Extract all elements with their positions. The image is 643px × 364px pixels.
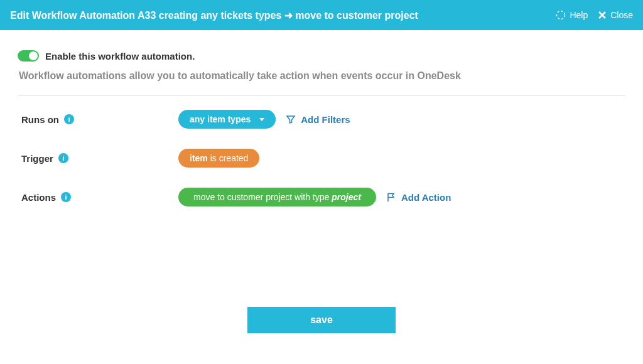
- close-label: Close: [610, 10, 633, 20]
- trigger-pill-text: item is created: [190, 153, 248, 163]
- dialog-content: Enable this workflow automation. Workflo…: [0, 30, 643, 348]
- filter-icon: [286, 114, 296, 124]
- divider: [18, 95, 625, 96]
- save-row: save: [18, 307, 625, 333]
- trigger-pill[interactable]: item is created: [178, 149, 259, 168]
- action-pill[interactable]: move to customer project with type proje…: [178, 188, 376, 206]
- help-button[interactable]: Help: [556, 10, 588, 20]
- help-icon: [556, 10, 566, 20]
- runs-on-row: Runs on i any item types Add Filters: [18, 110, 625, 129]
- enable-toggle-row: Enable this workflow automation.: [18, 50, 625, 62]
- svg-point-0: [557, 11, 565, 19]
- actions-label: Actions i: [18, 192, 178, 203]
- runs-on-label-text: Runs on: [21, 114, 59, 125]
- description-text: Workflow automations allow you to automa…: [19, 70, 625, 82]
- runs-on-label: Runs on i: [18, 114, 178, 125]
- trigger-label: Trigger i: [18, 153, 178, 164]
- help-label: Help: [570, 10, 588, 20]
- add-action-label: Add Action: [401, 192, 451, 203]
- add-filters-label: Add Filters: [301, 114, 350, 125]
- info-icon[interactable]: i: [58, 153, 68, 163]
- add-action-link[interactable]: Add Action: [386, 192, 451, 203]
- enable-toggle-label: Enable this workflow automation.: [45, 51, 195, 62]
- info-icon[interactable]: i: [64, 114, 74, 124]
- runs-on-pill[interactable]: any item types: [178, 110, 276, 129]
- save-button[interactable]: save: [247, 307, 396, 333]
- toggle-knob: [29, 51, 38, 60]
- enable-toggle[interactable]: [18, 50, 39, 62]
- trigger-label-text: Trigger: [21, 153, 53, 164]
- flag-icon: [386, 192, 396, 202]
- dialog-title: Edit Workflow Automation A33 creating an…: [10, 9, 418, 21]
- add-filters-link[interactable]: Add Filters: [286, 114, 350, 125]
- actions-row: Actions i move to customer project with …: [18, 188, 625, 206]
- close-icon: [598, 11, 607, 19]
- header-actions: Help Close: [556, 10, 633, 20]
- trigger-row: Trigger i item is created: [18, 149, 625, 168]
- chevron-down-icon: [259, 118, 264, 121]
- action-pill-text: move to customer project with type proje…: [193, 192, 361, 202]
- info-icon[interactable]: i: [61, 192, 71, 202]
- dialog-header: Edit Workflow Automation A33 creating an…: [0, 0, 643, 30]
- runs-on-pill-label: any item types: [190, 114, 251, 124]
- close-button[interactable]: Close: [598, 10, 633, 20]
- actions-label-text: Actions: [21, 192, 56, 203]
